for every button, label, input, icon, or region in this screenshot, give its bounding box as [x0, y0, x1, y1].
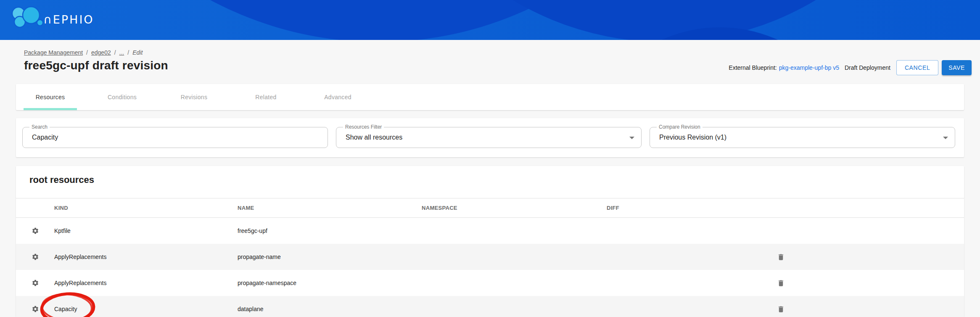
- trash-icon: [777, 279, 785, 287]
- deployment-status-label: Draft Deployment: [845, 64, 890, 71]
- resources-filter-value: Show all resources: [336, 134, 402, 141]
- table-title: root resources: [16, 174, 964, 186]
- trash-icon: [777, 253, 785, 261]
- tab-label: Resources: [36, 94, 65, 100]
- dropdown-arrow-icon: [943, 137, 948, 139]
- gear-icon: [16, 305, 54, 313]
- cell-name: dataplane: [238, 306, 422, 312]
- breadcrumb-ellipsis[interactable]: ...: [119, 49, 124, 56]
- search-input[interactable]: [23, 134, 328, 141]
- compare-revision-select[interactable]: Compare Revision Previous Revision (v1): [650, 127, 955, 148]
- tab-label: Revisions: [181, 94, 207, 100]
- root-resources-card: root resources KIND NAME NAMESPACE DIFF …: [16, 166, 964, 317]
- column-header-namespace: NAMESPACE: [422, 205, 607, 211]
- external-blueprint-link[interactable]: pkg-example-upf-bp v5: [779, 64, 839, 71]
- tab-conditions[interactable]: Conditions: [95, 84, 149, 110]
- nephio-logo-icon: [11, 3, 47, 33]
- gear-icon: [16, 279, 54, 287]
- column-header-name: NAME: [238, 205, 422, 211]
- table-row[interactable]: ApplyReplacements propagate-name: [16, 244, 964, 270]
- breadcrumb: Package Management / edge02 / ... / Edit: [24, 49, 964, 56]
- external-blueprint-label: External Blueprint:: [729, 64, 777, 71]
- tab-label: Conditions: [108, 94, 137, 100]
- delete-button[interactable]: [772, 301, 789, 317]
- save-button[interactable]: SAVE: [942, 60, 972, 75]
- breadcrumb-separator: /: [127, 49, 129, 56]
- page-header: Package Management / edge02 / ... / Edit…: [0, 40, 980, 84]
- gear-icon: [16, 253, 54, 261]
- delete-button[interactable]: [772, 248, 789, 265]
- cell-kind: Capacity: [54, 306, 238, 312]
- cell-kind: Kptfile: [54, 227, 238, 234]
- cancel-button[interactable]: CANCEL: [896, 60, 938, 75]
- breadcrumb-edge02[interactable]: edge02: [91, 49, 111, 56]
- cell-name: propagate-name: [238, 254, 422, 260]
- search-field[interactable]: Search: [22, 127, 328, 148]
- cell-kind: ApplyReplacements: [54, 254, 238, 260]
- table-header-row: KIND NAME NAMESPACE DIFF: [16, 198, 964, 218]
- tab-revisions[interactable]: Revisions: [167, 84, 221, 110]
- tab-resources[interactable]: Resources: [24, 84, 77, 110]
- tab-label: Related: [255, 94, 276, 100]
- nephio-logo-text: ∩EPHIO: [43, 13, 94, 26]
- header-decoration: [0, 0, 980, 40]
- dropdown-arrow-icon: [629, 137, 634, 139]
- active-tab-indicator: [24, 108, 77, 110]
- app-header: ∩EPHIO: [0, 0, 980, 40]
- tab-advanced[interactable]: Advanced: [311, 84, 365, 110]
- table-row[interactable]: Kptfile free5gc-upf: [16, 218, 964, 244]
- tab-related[interactable]: Related: [239, 84, 293, 110]
- cell-name: propagate-namespace: [238, 280, 422, 286]
- gear-icon: [16, 227, 54, 235]
- cell-kind: ApplyReplacements: [54, 280, 238, 286]
- delete-button[interactable]: [772, 275, 789, 291]
- header-actions: External Blueprint: pkg-example-upf-bp v…: [729, 60, 972, 75]
- compare-revision-value: Previous Revision (v1): [650, 134, 726, 141]
- table-row[interactable]: ApplyReplacements propagate-namespace: [16, 270, 964, 296]
- column-header-diff: DIFF: [607, 205, 771, 211]
- resources-filter-label: Resources Filter: [343, 124, 384, 130]
- compare-revision-label: Compare Revision: [657, 124, 703, 130]
- tab-label: Advanced: [324, 94, 351, 100]
- tab-bar: Resources Conditions Revisions Related A…: [16, 84, 964, 110]
- filter-bar: Search Resources Filter Show all resourc…: [16, 118, 964, 157]
- breadcrumb-separator: /: [114, 49, 116, 56]
- breadcrumb-current-edit: Edit: [132, 49, 143, 56]
- cell-name: free5gc-upf: [238, 227, 422, 234]
- resources-table: KIND NAME NAMESPACE DIFF Kptfile free5gc…: [16, 198, 964, 317]
- search-field-label: Search: [29, 124, 50, 130]
- resources-filter-select[interactable]: Resources Filter Show all resources: [336, 127, 642, 148]
- column-header-kind: KIND: [54, 205, 238, 211]
- table-row[interactable]: Capacity dataplane: [16, 296, 964, 317]
- trash-icon: [777, 305, 785, 313]
- nephio-logo: [11, 3, 47, 34]
- breadcrumb-package-management[interactable]: Package Management: [24, 49, 83, 56]
- breadcrumb-separator: /: [86, 49, 88, 56]
